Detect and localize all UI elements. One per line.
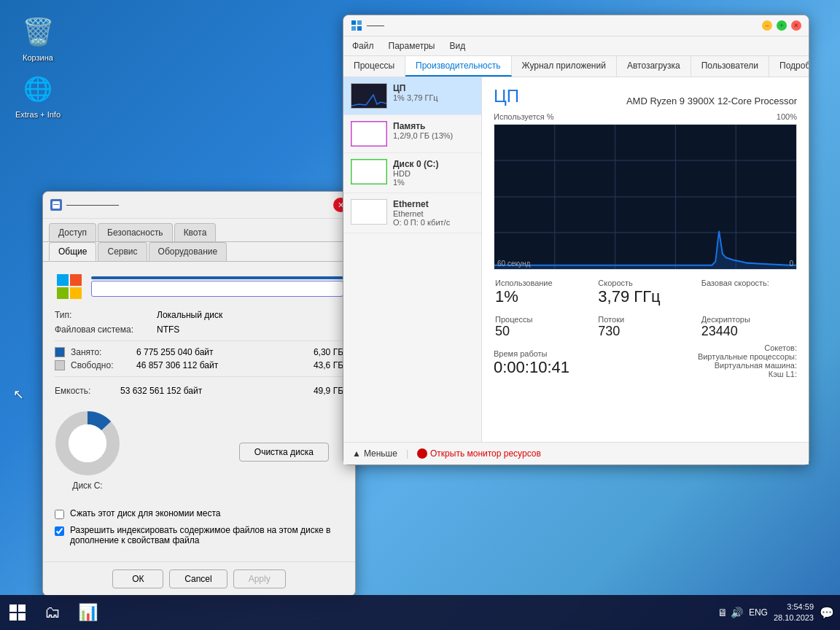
recycle-bin-icon: 🗑️ bbox=[20, 15, 55, 50]
disk-fs-value: NTFS bbox=[157, 324, 179, 335]
disk-icon bbox=[55, 272, 84, 301]
ok-button[interactable]: ОК bbox=[112, 569, 163, 588]
compress-checkbox[interactable] bbox=[55, 510, 64, 519]
taskbar-right: 🖥 🔊 ENG 3:54:59 28.10.2023 💬 bbox=[718, 602, 840, 624]
disk-used-bytes: 6 775 255 040 байт bbox=[136, 347, 292, 357]
recycle-bin-label: Корзина bbox=[20, 52, 55, 63]
stat-descriptors: Дескрипторы 23440 bbox=[700, 314, 797, 341]
tab-startup[interactable]: Автозагрузка bbox=[617, 56, 691, 77]
dialog-tabs-row2: Общие Сервис Оборудование bbox=[43, 241, 355, 262]
stats-row2: Процессы 50 Потоки 730 Дескрипторы 23440 bbox=[494, 314, 797, 341]
ethernet-name: Ethernet bbox=[393, 199, 474, 209]
disk-free-label: Свободно: bbox=[71, 360, 136, 370]
resource-item-ethernet[interactable]: Ethernet EthernetО: 0 П: 0 кбит/с bbox=[343, 193, 481, 233]
menu-view[interactable]: Вид bbox=[446, 39, 468, 52]
memory-thumb bbox=[351, 121, 387, 147]
cleanup-button[interactable]: Очистка диска bbox=[239, 443, 329, 462]
dialog-footer: ОК Cancel Apply bbox=[43, 561, 355, 596]
tab-obshie[interactable]: Общие bbox=[49, 242, 96, 261]
cpu-detail-panel: ЦП AMD Ryzen 9 3900X 12-Core Processor И… bbox=[482, 77, 809, 442]
tab-app-history[interactable]: Журнал приложений bbox=[512, 56, 617, 77]
tab-details[interactable]: Подробности bbox=[769, 56, 809, 77]
memory-detail: 1,2/9,0 ГБ (13%) bbox=[393, 131, 474, 140]
taskbar-clock[interactable]: 3:54:59 28.10.2023 bbox=[774, 602, 814, 624]
sockets-label: Сокетов: bbox=[698, 343, 797, 352]
tab-processes[interactable]: Процессы bbox=[343, 56, 405, 77]
notification-icon[interactable]: 💬 bbox=[820, 606, 834, 620]
graph-y-label: Используется % bbox=[494, 112, 554, 121]
taskmgr-titlebar: —— – + ✕ bbox=[343, 15, 809, 36]
taskbar-task-manager[interactable]: 📊 bbox=[70, 595, 105, 630]
stat-threads: Потоки 730 bbox=[596, 314, 693, 341]
stat-usage: Использование 1% bbox=[494, 277, 591, 308]
svg-rect-16 bbox=[351, 160, 386, 184]
usage-value: 1% bbox=[495, 287, 589, 306]
extras-icon: 🌐 bbox=[20, 71, 55, 106]
resource-item-cpu[interactable]: ЦП 1% 3,79 ГГц bbox=[343, 77, 481, 115]
resource-item-disk[interactable]: Диск 0 (С:) HDD 1% bbox=[343, 153, 481, 193]
virt-machine-label: Виртуальная машина: bbox=[698, 361, 797, 370]
disk-properties-dialog: —————— ✕ Доступ Безопасность Квота Общие… bbox=[42, 191, 356, 596]
desktop-icon-recycle-bin[interactable]: 🗑️ Корзина bbox=[9, 15, 67, 63]
open-monitor-link[interactable]: Открыть монитор ресурсов bbox=[417, 448, 541, 459]
tab-servis[interactable]: Сервис bbox=[98, 242, 147, 261]
taskmgr-title: —— bbox=[367, 20, 762, 31]
disk-options: Сжать этот диск для экономии места Разре… bbox=[55, 508, 343, 545]
cpu-graph: 60 секунд 0 bbox=[494, 124, 797, 270]
usage-label: Использование bbox=[495, 279, 589, 287]
svg-rect-9 bbox=[351, 20, 356, 25]
disk-used-label: Занято: bbox=[71, 347, 136, 357]
stat-processes: Процессы 50 bbox=[494, 314, 591, 341]
svg-rect-26 bbox=[9, 604, 17, 612]
svg-rect-10 bbox=[357, 20, 362, 25]
menu-file[interactable]: Файл bbox=[349, 39, 377, 52]
tab-kvota[interactable]: Квота bbox=[174, 223, 217, 241]
uptime-section: Время работы 0:00:10:41 bbox=[494, 343, 569, 378]
svg-rect-1 bbox=[53, 204, 59, 205]
tab-dostup[interactable]: Доступ bbox=[49, 223, 96, 241]
disk-capacity-gb: 49,9 ГБ bbox=[292, 386, 343, 396]
minimize-button[interactable]: – bbox=[762, 20, 772, 31]
dialog-titlebar: —————— ✕ bbox=[43, 192, 355, 219]
taskbar-file-explorer[interactable]: 🗂 bbox=[35, 595, 70, 630]
collapse-label: Меньше bbox=[364, 448, 397, 459]
taskmgr-body: ЦП 1% 3,79 ГГц Память 1,2/9,0 ГБ (13% bbox=[343, 77, 809, 442]
ethernet-detail: EthernetО: 0 П: 0 кбит/с bbox=[393, 209, 474, 227]
index-option: Разрешить индексировать содержимое файло… bbox=[55, 525, 343, 545]
language-indicator[interactable]: ENG bbox=[749, 607, 768, 618]
svg-rect-11 bbox=[351, 26, 356, 31]
network-icon[interactable]: 🖥 bbox=[718, 607, 728, 618]
volume-icon[interactable]: 🔊 bbox=[731, 607, 743, 618]
start-button[interactable] bbox=[0, 595, 35, 630]
tab-users[interactable]: Пользователи bbox=[691, 56, 769, 77]
svg-rect-28 bbox=[9, 613, 17, 621]
monitor-label: Открыть монитор ресурсов bbox=[430, 448, 541, 459]
maximize-button[interactable]: + bbox=[777, 20, 787, 31]
disk-free-gb: 43,6 ГБ bbox=[292, 360, 343, 370]
desktop: 🗑️ Корзина 🌐 Extras + Info ↖ —————— ✕ До… bbox=[0, 0, 840, 630]
pie-chart-area: Диск С: bbox=[55, 403, 120, 501]
tab-oborudovanie[interactable]: Оборудование bbox=[149, 242, 228, 261]
used-color bbox=[55, 347, 65, 357]
close-button[interactable]: ✕ bbox=[791, 20, 801, 31]
desktop-icon-extras[interactable]: 🌐 Extras + Info bbox=[9, 71, 67, 120]
disk-detail: HDD 1% bbox=[393, 169, 474, 187]
footer-separator: | bbox=[406, 448, 408, 459]
stat-speed: Скорость 3,79 ГГц bbox=[596, 277, 693, 308]
descriptors-label: Дескрипторы bbox=[701, 315, 796, 324]
tab-performance[interactable]: Производительность bbox=[405, 56, 511, 77]
taskbar-system-icons: 🖥 🔊 bbox=[718, 607, 743, 618]
disk-name-input[interactable] bbox=[91, 281, 343, 297]
graph-x-right: 0 bbox=[789, 260, 793, 268]
dialog-tabs-row1: Доступ Безопасность Квота bbox=[43, 219, 355, 241]
index-checkbox[interactable] bbox=[55, 526, 64, 536]
menu-params[interactable]: Параметры bbox=[386, 39, 438, 52]
tab-bezopasnost[interactable]: Безопасность bbox=[98, 223, 173, 241]
collapse-button[interactable]: ▲ Меньше bbox=[352, 448, 397, 459]
threads-value: 730 bbox=[598, 324, 692, 339]
apply-button[interactable]: Apply bbox=[233, 569, 286, 588]
cancel-button[interactable]: Cancel bbox=[169, 569, 227, 588]
resource-item-memory[interactable]: Память 1,2/9,0 ГБ (13%) bbox=[343, 115, 481, 153]
pie-chart bbox=[55, 411, 120, 476]
separator1 bbox=[55, 341, 343, 341]
